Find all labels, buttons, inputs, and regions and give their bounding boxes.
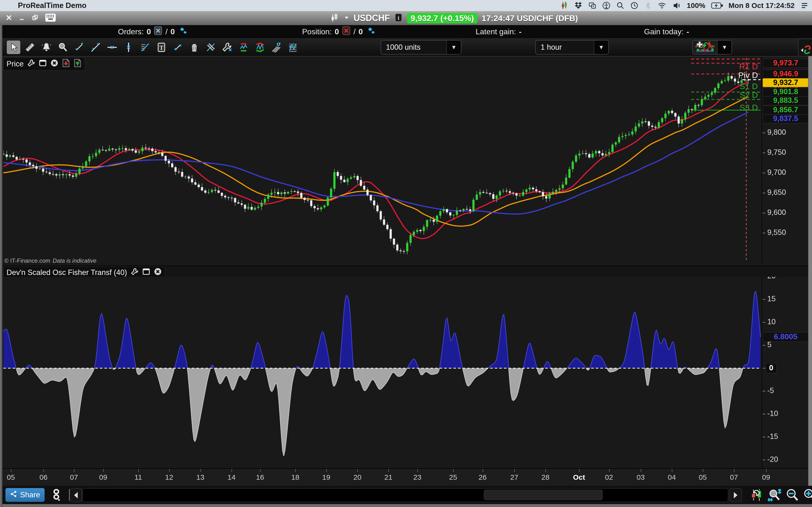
tool-zoom[interactable] [56, 41, 69, 54]
prorealtime-candles-icon[interactable] [560, 1, 568, 10]
time-tick [388, 469, 389, 472]
units-dropdown-caret[interactable]: ▼ [446, 41, 461, 54]
indicator-close-icon[interactable] [154, 268, 162, 278]
tool-alarm[interactable] [40, 41, 53, 54]
position-label: Position: [302, 27, 332, 36]
zoom-in-icon[interactable] [803, 488, 812, 502]
time-label: 02 [605, 473, 613, 482]
time-axis[interactable]: 050607091112131416181920212325262728Oct0… [2, 468, 810, 486]
indicator-window-icon[interactable] [142, 268, 150, 278]
add-indicator-caret[interactable]: ▼ [717, 41, 731, 54]
time-label: 03 [637, 473, 645, 482]
alarm-icon [41, 42, 52, 53]
info-icon[interactable]: i [394, 13, 403, 23]
tool-text[interactable]: T [155, 41, 168, 54]
tool-segment[interactable] [72, 41, 86, 54]
menu-list-icon[interactable] [800, 1, 809, 10]
time-tick [483, 469, 483, 472]
keyboard-icon[interactable] [45, 13, 56, 23]
timeframe-value: 1 hour [536, 43, 594, 52]
zoom-fit-icon[interactable] [767, 488, 781, 502]
price-window-icon[interactable] [39, 59, 47, 69]
indicator-settings-icon[interactable] [131, 268, 139, 278]
timeframe-dropdown-caret[interactable]: ▼ [594, 41, 608, 54]
time-tick [546, 469, 546, 472]
indicator-tick: -5 [767, 386, 774, 395]
tool-std-deviation[interactable]: σ [270, 41, 283, 54]
price-settings-icon[interactable] [27, 59, 35, 69]
share-button[interactable]: Share [5, 488, 45, 502]
minimize-window-icon[interactable] [19, 14, 25, 22]
chart-settings-icon[interactable] [750, 489, 763, 501]
symbol-name[interactable]: USDCHF [354, 13, 390, 23]
time-label: 06 [39, 473, 47, 482]
close-position-icon[interactable] [342, 26, 351, 38]
displays-sync-icon[interactable] [588, 1, 597, 10]
latent-gain-label: Latent gain: [475, 27, 516, 36]
menu-clock[interactable]: Mon 8 Oct 17:24:52 [729, 1, 795, 10]
indicator-tick: -15 [767, 432, 778, 441]
tool-eraser[interactable] [204, 41, 217, 54]
cancel-orders-icon[interactable] [154, 26, 162, 38]
units-select[interactable]: 1000 units ▼ [380, 40, 461, 55]
axis-badge: 9,901.8 [763, 88, 809, 96]
tool-delete[interactable] [188, 41, 201, 54]
spotlight-search-icon[interactable] [616, 1, 624, 10]
sell-order-icon[interactable] [62, 58, 70, 69]
volume-icon[interactable] [672, 1, 681, 10]
tool-pattern[interactable] [253, 41, 267, 54]
price-tick: 9,750 [767, 148, 786, 157]
tool-small-segment[interactable] [171, 41, 185, 54]
wifi-icon[interactable] [657, 1, 666, 10]
position-group: Position: 0 / 0 [302, 25, 376, 38]
text-icon: T [156, 42, 167, 53]
close-window-icon[interactable] [5, 14, 12, 22]
link-charts-icon[interactable] [51, 489, 62, 501]
indicator-tick: -10 [767, 409, 778, 418]
orders-settings-icon[interactable] [177, 25, 188, 38]
price-close-icon[interactable] [50, 59, 58, 69]
price-chart[interactable]: R1 DPiv DS1 DS2 DS3 D9,8009,7509,7009,65… [0, 56, 812, 266]
chart-scrollbar-track[interactable] [82, 488, 728, 502]
window-scrollbar[interactable] [808, 56, 812, 486]
buy-order-icon[interactable] [73, 58, 82, 69]
pivot-label: R1 D [739, 62, 758, 71]
tool-trendline[interactable] [89, 41, 102, 54]
price-panel-title: Price [6, 60, 24, 68]
position-separator: / [354, 27, 356, 36]
app-name[interactable]: ProRealTime Demo [18, 1, 87, 10]
add-indicator-button[interactable]: ▼ [692, 40, 732, 55]
scroll-right-button[interactable] [729, 488, 742, 502]
time-label: 07 [70, 473, 78, 482]
accessibility-icon[interactable] [602, 1, 610, 10]
zoom-out-icon[interactable] [785, 488, 799, 502]
indicator-tick: -20 [767, 455, 778, 463]
dropbox-icon[interactable] [574, 1, 582, 10]
indicator-chart[interactable]: 20151050-5-10-15-206.8005 [0, 277, 812, 468]
battery-charging-icon[interactable] [711, 1, 723, 10]
tool-chart-annotation[interactable] [138, 41, 152, 54]
macos-menu-bar: ProRealTime Demo 100% Mon 8 Oct 17:24:52 [0, 0, 812, 11]
tool-support-resistance[interactable] [237, 41, 250, 54]
tool-horizontal-line[interactable] [105, 41, 119, 54]
orders-label: Orders: [118, 27, 144, 36]
tool-fibonacci[interactable] [286, 41, 300, 54]
svg-text:9,946.9: 9,946.9 [773, 69, 798, 78]
time-label: 28 [541, 473, 549, 482]
svg-text:9,901.8: 9,901.8 [773, 88, 798, 96]
scroll-left-button[interactable] [69, 488, 82, 502]
duplicate-window-icon[interactable] [32, 14, 39, 22]
tool-ruler[interactable] [23, 41, 37, 54]
symbol-dropdown-caret[interactable] [344, 15, 349, 21]
last-price-badge: 9,932.7 (+0.15%) [407, 13, 477, 23]
tool-vertical-line[interactable] [122, 41, 135, 54]
timeframe-select[interactable]: 1 hour ▼ [535, 40, 609, 55]
time-label: 14 [227, 473, 236, 482]
tool-cursor[interactable] [7, 41, 20, 54]
time-machine-icon[interactable] [630, 1, 639, 10]
tool-advanced-tools[interactable] [220, 41, 234, 54]
chart-scrollbar-thumb[interactable] [484, 490, 603, 500]
ma-fast-line [3, 82, 748, 238]
time-tick [103, 469, 104, 472]
position-settings-icon[interactable] [366, 25, 376, 38]
